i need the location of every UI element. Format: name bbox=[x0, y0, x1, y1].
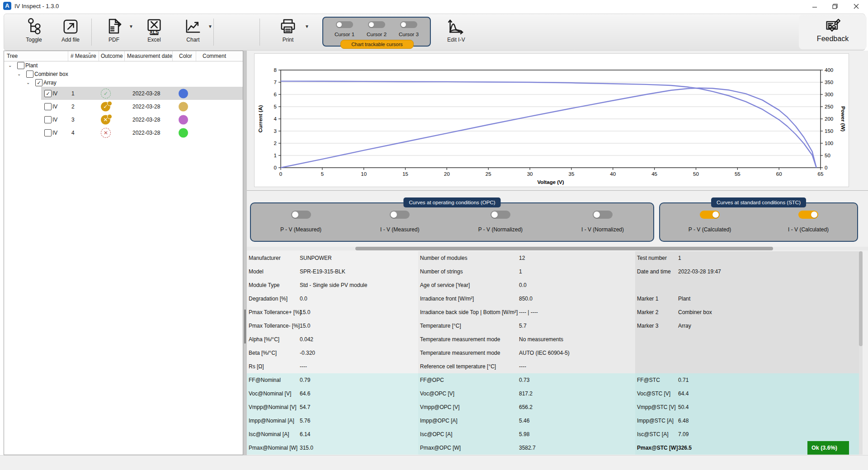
curve-toggle-p-v-measured-[interactable]: P - V (Measured) bbox=[280, 203, 321, 233]
close-button[interactable] bbox=[846, 0, 867, 12]
toggle-switch-icon[interactable] bbox=[390, 211, 410, 219]
table-row: Marker 1 Plant bbox=[635, 292, 859, 306]
checkbox[interactable] bbox=[44, 129, 52, 136]
print-dropdown-arrow[interactable]: ▼ bbox=[305, 24, 309, 29]
table-row-value: 3582.7 bbox=[519, 445, 536, 451]
table-row: Vmpp@STC [V] 50.4 bbox=[635, 400, 859, 414]
comment-column-header[interactable]: Comment bbox=[203, 53, 226, 59]
toggle-switch-icon[interactable] bbox=[291, 211, 311, 219]
checkbox[interactable] bbox=[26, 70, 33, 78]
tree-node-combiner-box[interactable]: ⌄ Combiner box bbox=[4, 70, 243, 78]
curve-toggle-label: P - V (Measured) bbox=[280, 226, 321, 233]
tree-node-array[interactable]: ⌄ ✓ Array bbox=[4, 78, 243, 87]
tree-node-label: Array bbox=[43, 80, 57, 86]
series-color-swatch[interactable] bbox=[179, 102, 188, 111]
pdf-document-icon bbox=[105, 17, 123, 35]
curve-toggle-i-v-calculated-[interactable]: I - V (Calculated) bbox=[788, 203, 829, 233]
detail-panel: 0 1 2 3 4 5 6 7 8 0 50 100 150 200 250 3… bbox=[247, 51, 868, 455]
tree-node-plant[interactable]: ⌄ Plant bbox=[4, 61, 243, 70]
checkbox[interactable] bbox=[17, 62, 24, 69]
vertical-scrollbar-thumb[interactable] bbox=[859, 251, 863, 346]
tree-column-header[interactable]: Tree bbox=[7, 53, 18, 59]
measurement-date-column-header[interactable]: Measurement date bbox=[127, 53, 172, 59]
cursor-toggle-3[interactable]: Cursor 3 bbox=[393, 21, 425, 37]
printer-icon bbox=[279, 17, 297, 35]
toggle-switch-icon[interactable] bbox=[700, 211, 720, 219]
table-row-value: ---- bbox=[519, 363, 526, 370]
toggle-button[interactable]: Toggle bbox=[13, 16, 55, 48]
toggle-switch-icon[interactable] bbox=[593, 211, 613, 219]
toggle-switch-icon[interactable] bbox=[798, 211, 818, 219]
curve-toggle-i-v-measured-[interactable]: I - V (Measured) bbox=[380, 203, 420, 233]
toggle-switch-icon[interactable] bbox=[336, 21, 353, 28]
pdf-export-button[interactable]: PDF bbox=[93, 16, 135, 48]
svg-text:1: 1 bbox=[274, 153, 277, 158]
table-row-label: Isc@STC [A] bbox=[637, 431, 669, 437]
color-column-header[interactable]: Color bbox=[179, 53, 192, 59]
print-button[interactable]: Print bbox=[267, 16, 309, 48]
curve-toggle-p-v-calculated-[interactable]: P - V (Calculated) bbox=[689, 203, 731, 233]
series-color-swatch[interactable] bbox=[179, 89, 188, 98]
table-row: Age of service [Year] 0.0 bbox=[418, 278, 635, 292]
measure-column-header[interactable]: # Measure bbox=[71, 53, 96, 59]
checkbox[interactable] bbox=[44, 116, 52, 123]
expander-icon[interactable]: ⌄ bbox=[17, 71, 21, 76]
toggle-switch-icon[interactable] bbox=[491, 211, 510, 219]
horizontal-scrollbar-thumb[interactable] bbox=[355, 247, 773, 250]
app-logo-icon: A bbox=[3, 2, 11, 10]
cursor-toggle-1[interactable]: Cursor 1 bbox=[329, 21, 360, 37]
chart-dropdown-arrow[interactable]: ▼ bbox=[208, 24, 212, 29]
measurement-row-1[interactable]: ✓ IV 1 ✓ 2022-03-28 bbox=[4, 87, 243, 100]
excel-button-label: Excel bbox=[133, 37, 175, 43]
panel-splitter[interactable] bbox=[243, 51, 247, 455]
outcome-column-header[interactable]: Outcome bbox=[101, 53, 123, 59]
checkbox[interactable]: ✓ bbox=[35, 79, 42, 86]
table-row-label: Rs [Ω] bbox=[249, 363, 264, 370]
expander-icon[interactable]: ⌄ bbox=[26, 80, 30, 85]
table-row-value: ---- | ---- bbox=[519, 309, 538, 315]
vertical-scrollbar[interactable] bbox=[859, 251, 863, 455]
window-title: IV Inspect - 1.3.0 bbox=[14, 3, 59, 9]
toggle-button-label: Toggle bbox=[13, 37, 55, 43]
svg-text:100: 100 bbox=[825, 141, 833, 146]
measurement-row-3[interactable]: IV 3 ✕ 2022-03-28 bbox=[4, 113, 243, 126]
measurement-row-4[interactable]: IV 4 ✕ 2022-03-28 bbox=[4, 126, 243, 139]
measure-number: 2 bbox=[71, 103, 75, 110]
svg-text:25: 25 bbox=[486, 171, 491, 177]
measure-number: 1 bbox=[71, 90, 75, 97]
add-file-button[interactable]: Add file bbox=[50, 16, 91, 48]
curve-toggle-i-v-normalized-[interactable]: I - V (Normalized) bbox=[581, 203, 624, 233]
splitter-handle[interactable] bbox=[244, 310, 246, 343]
edit-iv-button[interactable]: Edit I-V bbox=[435, 16, 477, 48]
table-row-value: 656.2 bbox=[519, 404, 533, 410]
series-color-swatch[interactable] bbox=[179, 128, 188, 137]
checkbox[interactable] bbox=[44, 103, 52, 110]
table-row-label: Module Type bbox=[249, 282, 280, 288]
table-row-label: Number of modules bbox=[420, 255, 467, 261]
expander-icon[interactable]: ⌄ bbox=[8, 62, 12, 67]
svg-text:4: 4 bbox=[274, 116, 277, 122]
toggle-switch-icon[interactable] bbox=[368, 21, 385, 28]
iv-chart[interactable]: 0 1 2 3 4 5 6 7 8 0 50 100 150 200 250 3… bbox=[254, 53, 849, 187]
measurement-row-2[interactable]: IV 2 ✓ 2022-03-28 bbox=[4, 100, 243, 113]
curve-toggle-p-v-normalized-[interactable]: P - V (Normalized) bbox=[478, 203, 523, 233]
restore-button[interactable] bbox=[825, 0, 845, 12]
table-row-label: Pmax@Nominal [W] bbox=[249, 445, 297, 451]
minimize-button[interactable] bbox=[804, 0, 825, 12]
toggle-switch-icon[interactable] bbox=[400, 21, 417, 28]
feedback-button-label: Feedback bbox=[817, 35, 849, 42]
table-row-label: Vmpp@STC [V] bbox=[637, 404, 676, 410]
series-color-swatch[interactable] bbox=[179, 115, 188, 124]
chart-button[interactable]: Chart bbox=[172, 16, 214, 48]
checkbox[interactable]: ✓ bbox=[44, 90, 52, 97]
pdf-dropdown-arrow[interactable]: ▼ bbox=[129, 24, 133, 29]
horizontal-scrollbar[interactable] bbox=[247, 247, 868, 250]
table-row: Date and time 2022-03-28 19:47 bbox=[635, 265, 859, 278]
close-icon bbox=[854, 4, 859, 9]
cursor-toggle-2[interactable]: Cursor 2 bbox=[361, 21, 392, 37]
table-row: FF@STC 0.71 bbox=[635, 373, 859, 387]
excel-export-button[interactable]: XLS Excel bbox=[133, 16, 175, 48]
measurement-label: IV bbox=[52, 103, 57, 110]
minimize-icon bbox=[812, 4, 817, 9]
feedback-button[interactable]: Feedback bbox=[799, 15, 867, 49]
